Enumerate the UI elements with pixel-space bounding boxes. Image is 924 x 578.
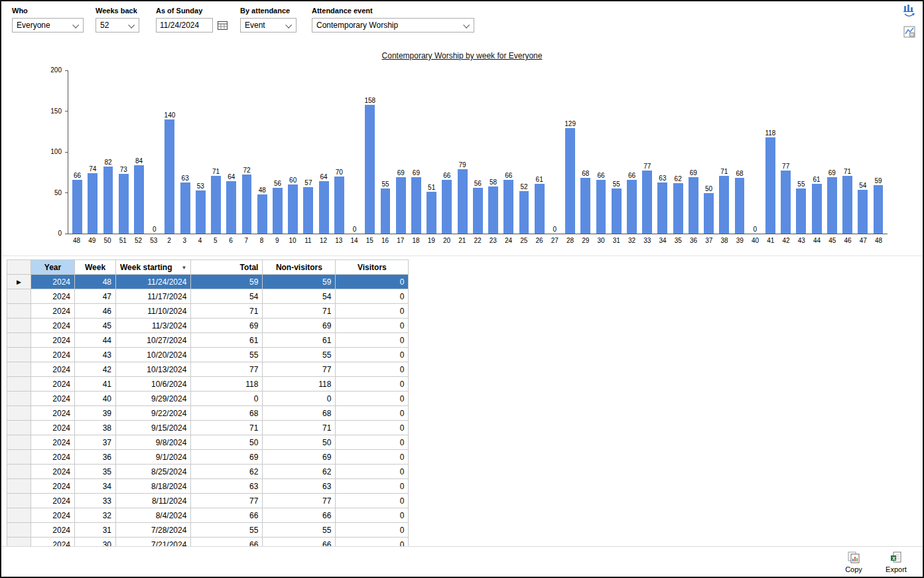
table-cell[interactable]: 118: [263, 377, 336, 392]
column-header-total[interactable]: Total: [191, 260, 263, 275]
copy-button[interactable]: Copy: [836, 548, 871, 576]
current-row-indicator[interactable]: ▶: [7, 275, 31, 289]
table-cell[interactable]: 46: [75, 304, 116, 319]
table-cell[interactable]: 0: [336, 450, 409, 465]
table-cell[interactable]: 2024: [31, 494, 75, 508]
table-cell[interactable]: 0: [336, 362, 409, 377]
table-cell[interactable]: 55: [191, 523, 263, 538]
table-cell[interactable]: 41: [75, 377, 116, 392]
table-cell[interactable]: 2024: [31, 348, 75, 362]
table-cell[interactable]: 11/10/2024: [116, 304, 191, 319]
table-cell[interactable]: 9/29/2024: [116, 392, 191, 406]
table-cell[interactable]: 0: [336, 377, 409, 392]
row-header-cell[interactable]: [7, 421, 31, 435]
row-header-cell[interactable]: [7, 333, 31, 348]
table-row[interactable]: 2024389/15/202471710: [7, 421, 409, 435]
table-cell[interactable]: 66: [191, 538, 263, 547]
row-header-cell[interactable]: [7, 289, 31, 304]
table-cell[interactable]: 55: [263, 348, 336, 362]
table-cell[interactable]: 9/1/2024: [116, 450, 191, 465]
table-cell[interactable]: 8/25/2024: [116, 465, 191, 479]
row-header-cell[interactable]: [7, 435, 31, 450]
row-header-cell[interactable]: [7, 508, 31, 523]
table-cell[interactable]: 31: [75, 523, 116, 538]
table-cell[interactable]: 38: [75, 421, 116, 435]
table-cell[interactable]: 69: [263, 450, 336, 465]
table-cell[interactable]: 66: [263, 508, 336, 523]
table-cell[interactable]: 48: [75, 275, 116, 289]
table-row[interactable]: 20244611/10/202471710: [7, 304, 409, 319]
table-cell[interactable]: 63: [263, 479, 336, 494]
table-row[interactable]: 20244711/17/202454540: [7, 289, 409, 304]
row-header-cell[interactable]: [7, 362, 31, 377]
table-row[interactable]: 20244410/27/202461610: [7, 333, 409, 348]
who-dropdown[interactable]: Everyone: [12, 18, 84, 33]
table-cell[interactable]: 0: [263, 392, 336, 406]
table-cell[interactable]: 71: [263, 304, 336, 319]
table-cell[interactable]: 68: [263, 406, 336, 421]
table-row[interactable]: 2024379/8/202450500: [7, 435, 409, 450]
table-cell[interactable]: 55: [263, 523, 336, 538]
table-cell[interactable]: 66: [191, 508, 263, 523]
table-corner-cell[interactable]: [7, 260, 31, 275]
table-cell[interactable]: 33: [75, 494, 116, 508]
table-cell[interactable]: 40: [75, 392, 116, 406]
table-cell[interactable]: 69: [263, 319, 336, 333]
table-cell[interactable]: 10/20/2024: [116, 348, 191, 362]
table-cell[interactable]: 47: [75, 289, 116, 304]
table-cell[interactable]: 71: [191, 304, 263, 319]
table-cell[interactable]: 2024: [31, 508, 75, 523]
table-cell[interactable]: 77: [191, 362, 263, 377]
table-cell[interactable]: 2024: [31, 289, 75, 304]
table-cell[interactable]: 0: [336, 304, 409, 319]
table-cell[interactable]: 9/15/2024: [116, 421, 191, 435]
row-header-cell[interactable]: [7, 304, 31, 319]
row-header-cell[interactable]: [7, 319, 31, 333]
table-cell[interactable]: 0: [336, 421, 409, 435]
table-row[interactable]: 2024369/1/202469690: [7, 450, 409, 465]
table-cell[interactable]: 61: [191, 333, 263, 348]
table-cell[interactable]: 0: [336, 333, 409, 348]
table-row[interactable]: 2024307/21/202466660: [7, 538, 409, 547]
table-row[interactable]: ▶20244811/24/202459590: [7, 275, 409, 289]
table-cell[interactable]: 2024: [31, 538, 75, 547]
table-cell[interactable]: 68: [191, 406, 263, 421]
as-of-sunday-date-input[interactable]: 11/24/2024: [156, 18, 213, 33]
table-row[interactable]: 2024358/25/202462620: [7, 465, 409, 479]
table-cell[interactable]: 2024: [31, 435, 75, 450]
table-cell[interactable]: 32: [75, 508, 116, 523]
export-button[interactable]: X Export: [879, 548, 913, 576]
refresh-chart-button[interactable]: [902, 3, 917, 19]
table-cell[interactable]: 10/27/2024: [116, 333, 191, 348]
chart-options-button[interactable]: [902, 24, 917, 40]
column-header-year[interactable]: Year: [31, 260, 75, 275]
table-cell[interactable]: 50: [191, 435, 263, 450]
table-cell[interactable]: 2024: [31, 304, 75, 319]
table-cell[interactable]: 2024: [31, 523, 75, 538]
table-cell[interactable]: 39: [75, 406, 116, 421]
table-cell[interactable]: 2024: [31, 333, 75, 348]
table-cell[interactable]: 8/18/2024: [116, 479, 191, 494]
table-cell[interactable]: 7/21/2024: [116, 538, 191, 547]
row-header-cell[interactable]: [7, 538, 31, 547]
table-cell[interactable]: 11/3/2024: [116, 319, 191, 333]
table-cell[interactable]: 69: [191, 450, 263, 465]
table-cell[interactable]: 36: [75, 450, 116, 465]
table-row[interactable]: 2024348/18/202463630: [7, 479, 409, 494]
row-header-cell[interactable]: [7, 479, 31, 494]
table-cell[interactable]: 77: [263, 362, 336, 377]
table-cell[interactable]: 55: [191, 348, 263, 362]
table-cell[interactable]: 59: [263, 275, 336, 289]
table-cell[interactable]: 50: [263, 435, 336, 450]
table-cell[interactable]: 59: [191, 275, 263, 289]
table-cell[interactable]: 77: [263, 494, 336, 508]
table-cell[interactable]: 0: [336, 523, 409, 538]
by-attendance-dropdown[interactable]: Event: [240, 18, 297, 33]
table-cell[interactable]: 8/11/2024: [116, 494, 191, 508]
table-cell[interactable]: 2024: [31, 362, 75, 377]
row-header-cell[interactable]: [7, 465, 31, 479]
table-row[interactable]: 20244310/20/202455550: [7, 348, 409, 362]
table-cell[interactable]: 2024: [31, 421, 75, 435]
table-cell[interactable]: 118: [191, 377, 263, 392]
table-cell[interactable]: 0: [336, 479, 409, 494]
